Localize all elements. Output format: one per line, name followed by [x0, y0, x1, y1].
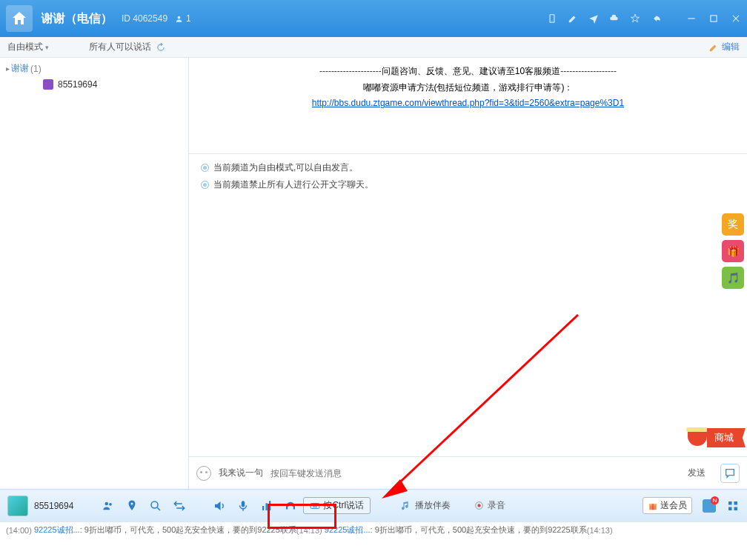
chat-bubble-button[interactable] [720, 464, 740, 483]
emoji-icon[interactable] [196, 466, 211, 481]
mic-icon[interactable] [236, 499, 250, 513]
search-icon[interactable] [149, 499, 162, 513]
svg-point-8 [151, 501, 158, 508]
home-icon [10, 10, 28, 27]
sidebar: 谢谢 (1) 85519694 [0, 58, 189, 489]
svg-rect-9 [242, 501, 245, 507]
gift-member-button[interactable]: 送会员 [643, 497, 692, 514]
svg-rect-23 [652, 504, 653, 510]
svg-rect-26 [728, 507, 732, 510]
svg-rect-18 [313, 506, 317, 507]
user-count: 1 [175, 13, 191, 24]
svg-rect-13 [311, 503, 320, 508]
message-input[interactable] [270, 468, 673, 479]
content: ---------------------问题咨询、反馈、意见、建议请至10客服… [189, 58, 747, 489]
notice-box: ---------------------问题咨询、反馈、意见、建议请至10客服… [189, 58, 747, 154]
chat-message: 当前频道禁止所有人进行公开文字聊天。 [201, 179, 735, 191]
svg-point-7 [131, 502, 133, 504]
bars-icon[interactable] [260, 499, 273, 513]
svg-rect-12 [269, 501, 270, 510]
pencil-icon[interactable] [568, 13, 578, 24]
refresh-icon[interactable] [156, 42, 166, 53]
svg-rect-24 [728, 501, 732, 505]
send-button[interactable]: 发送 [680, 464, 713, 482]
maximize-icon[interactable] [708, 13, 719, 24]
location-icon[interactable] [125, 499, 139, 513]
svg-point-2 [551, 21, 552, 21]
bowl-icon [688, 430, 707, 446]
cloud-icon[interactable] [609, 13, 620, 24]
talk-permission: 所有人可以说话 [89, 41, 151, 53]
mobile-icon[interactable] [547, 13, 557, 24]
music-box-icon[interactable]: 🎵 [722, 267, 744, 289]
music-icon [400, 500, 411, 511]
person-icon [175, 15, 183, 23]
side-icons: 奖 🎁 🎵 [722, 213, 744, 289]
titlebar: 谢谢（电信） ID 4062549 1 [0, 0, 747, 37]
user-badge-icon [43, 79, 53, 90]
record-button[interactable]: 录音 [474, 499, 505, 512]
bullet-icon [201, 181, 209, 189]
edit-icon [708, 42, 719, 53]
window-title: 谢谢（电信） [42, 11, 113, 27]
edit-button[interactable]: 编辑 [708, 41, 740, 53]
user-item[interactable]: 85519694 [6, 79, 182, 90]
speaker-icon[interactable] [213, 499, 226, 513]
svg-rect-11 [266, 503, 268, 510]
statusbar: (14:00) 92225诚招...: 9折出嘟币，可代充，500起充安全快速，… [0, 521, 747, 538]
contacts-icon[interactable] [102, 499, 115, 513]
share-icon[interactable] [651, 13, 661, 24]
chat-area: 当前频道为自由模式,可以自由发言。 当前频道禁止所有人进行公开文字聊天。 [189, 154, 747, 456]
modebar: 自由模式▾ 所有人可以说话 编辑 [0, 37, 747, 58]
svg-rect-15 [314, 504, 315, 505]
svg-rect-10 [262, 506, 264, 510]
chat-message: 当前频道为自由模式,可以自由发言。 [201, 161, 735, 174]
main: 谢谢 (1) 85519694 ---------------------问题咨… [0, 58, 747, 489]
gift-icon [648, 501, 658, 511]
plane-icon[interactable] [588, 13, 599, 24]
svg-rect-27 [734, 507, 738, 510]
svg-rect-16 [316, 504, 316, 505]
transfer-icon[interactable] [173, 499, 186, 513]
award-icon[interactable]: 奖 [722, 213, 744, 236]
svg-rect-25 [734, 501, 738, 505]
channel-item[interactable]: 谢谢 (1) [6, 62, 182, 75]
gift-box-icon[interactable]: 🎁 [722, 240, 744, 262]
svg-rect-4 [711, 16, 717, 21]
svg-point-20 [477, 504, 480, 507]
minimize-icon[interactable] [686, 13, 697, 24]
input-bar: 我来说一句 发送 [189, 456, 747, 489]
titlebar-actions [547, 13, 741, 24]
current-user-id: 85519694 [34, 501, 73, 511]
id-label: ID 4062549 [122, 13, 167, 24]
input-prompt: 我来说一句 [219, 467, 263, 479]
bullet-icon [201, 164, 209, 172]
keyboard-icon [310, 501, 320, 511]
home-button[interactable] [6, 5, 33, 32]
notice-link[interactable]: http://bbs.dudu.ztgame.com/viewthread.ph… [312, 98, 624, 108]
svg-rect-3 [688, 18, 694, 19]
svg-point-5 [105, 501, 109, 505]
notification-icon[interactable]: N [703, 499, 716, 513]
star-icon[interactable] [630, 13, 640, 24]
close-icon[interactable] [731, 13, 741, 24]
mode-dropdown[interactable]: 自由模式▾ [7, 41, 49, 53]
grid-icon[interactable] [726, 499, 740, 513]
headset-icon[interactable] [284, 499, 297, 513]
avatar[interactable] [7, 496, 28, 516]
ptt-button[interactable]: 按Ctrl说话 [303, 497, 371, 514]
bottom-toolbar: 85519694 按Ctrl说话 播放伴奏 录音 送会员 N [0, 489, 747, 521]
record-icon [474, 501, 484, 510]
svg-point-0 [178, 16, 181, 19]
accompany-button[interactable]: 播放伴奏 [400, 499, 451, 512]
shop-button[interactable]: 商城 [688, 428, 746, 447]
svg-rect-14 [312, 504, 313, 505]
svg-point-6 [110, 502, 113, 505]
svg-rect-17 [317, 504, 318, 505]
chat-bubble-icon [724, 467, 736, 479]
